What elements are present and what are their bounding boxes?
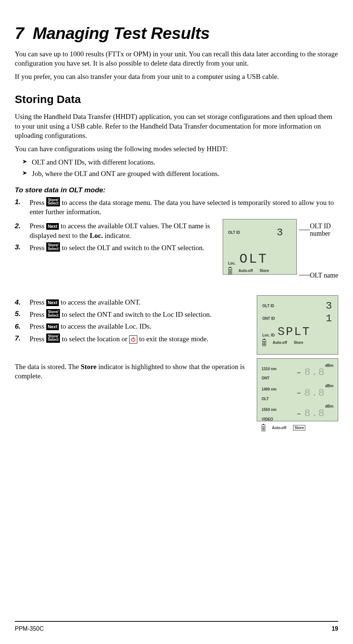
closing-paragraph: The data is stored. The Store indicator … <box>15 362 252 381</box>
reading-dash: -- <box>297 389 300 396</box>
step-text: Press Next to access the available Loc. … <box>30 322 151 330</box>
display-value: 8.8 <box>304 408 325 419</box>
section-p2: You can have configurations using the fo… <box>15 144 338 154</box>
step-number: 3. <box>15 242 21 252</box>
loc-label: Loc. <box>228 261 236 266</box>
olt-id-label: OLT ID <box>228 230 240 235</box>
step-text: Press Store/Select to access the data st… <box>30 199 334 216</box>
olt-id-value: 3 <box>277 228 291 238</box>
source: OLT <box>262 397 269 401</box>
step-text: Press Next to access the available OLT v… <box>30 222 210 239</box>
store-select-key: Store/Select <box>46 333 60 343</box>
wavelength: 1310 nm <box>262 367 276 371</box>
battery-icon <box>228 268 232 274</box>
intro-p2: If you prefer, you can also transfer you… <box>15 72 338 82</box>
step-number: 6. <box>15 322 21 331</box>
callout-olt-id: OLT ID number <box>310 223 336 238</box>
step-number: 2. <box>15 221 21 231</box>
spacer <box>15 282 338 293</box>
lcd-screen-3: 1310 nm ONT -- 8.8 dBm 1490 nm OLT -- 8.… <box>257 358 338 421</box>
next-key: Next <box>46 299 59 306</box>
unit: dBm <box>325 384 333 389</box>
step-4-7-block: 4. Press Next to access the available ON… <box>15 295 338 355</box>
step-number: 5. <box>15 309 21 319</box>
callout-olt-name: OLT name <box>310 271 339 280</box>
battery-icon <box>262 339 266 346</box>
loc-id-label: Loc. ID <box>262 333 275 338</box>
procedure-title: To store data in OLT mode: <box>15 185 338 195</box>
page-number: 19 <box>332 625 338 633</box>
ont-id-label: ONT ID <box>262 316 275 321</box>
wavelength: 1550 nm <box>262 408 276 412</box>
chapter-number: 7 <box>15 24 24 43</box>
lcd-screen-1: OLT ID 3 Loc. OLT Auto-off Store <box>223 219 297 275</box>
step-text: Press Store/Select to select the ONT and… <box>30 311 211 318</box>
lcd-screen-2: OLT ID 3 ONT ID 1 Loc. ID SPLT Auto-off <box>257 295 338 355</box>
page-footer: PPM-350C 19 <box>15 621 338 633</box>
store-select-key: Store/Select <box>46 309 60 318</box>
next-key: Next <box>46 223 59 230</box>
display-value: 8.8 <box>304 388 325 398</box>
store-label: Store <box>259 268 269 273</box>
step-text: Press Next to access the available ONT. <box>30 298 141 306</box>
loc-value: SPLT <box>278 326 310 338</box>
step-text: Press Store/Select to select the locatio… <box>30 335 208 343</box>
mode-item: Job, where the OLT and ONT are grouped w… <box>22 169 338 179</box>
unit: dBm <box>325 404 333 409</box>
olt-id-value: 3 <box>326 301 333 311</box>
step-text: Press Store/Select to select the OLT and… <box>30 244 204 252</box>
reading-dash: -- <box>297 410 300 417</box>
autooff-label: Auto-off <box>273 340 287 345</box>
next-key: Next <box>46 323 59 330</box>
step-2-3-block: 2. Press Next to access the available OL… <box>15 219 338 280</box>
olt-name-value: OLT <box>239 253 268 266</box>
mode-list: OLT and ONT IDs, with different location… <box>15 157 338 179</box>
chapter-name: Managing Test Results <box>33 24 210 43</box>
wavelength: 1490 nm <box>262 387 276 391</box>
procedure-steps: 1. Press Store/Select to access the data… <box>15 197 338 355</box>
model-label: PPM-350C <box>15 625 44 633</box>
autooff-label: Auto-off <box>239 268 253 273</box>
store-label: Store <box>294 340 303 345</box>
step-number: 7. <box>15 333 21 343</box>
section-title: Storing Data <box>15 92 338 107</box>
store-select-key: Store/Select <box>46 197 60 206</box>
unit: dBm <box>325 363 333 368</box>
section-p1: Using the Handheld Data Transfer (HHDT) … <box>15 112 338 140</box>
mode-item: OLT and ONT IDs, with different location… <box>22 157 338 167</box>
store-select-key: Store/Select <box>46 242 60 252</box>
source: VIDEO <box>262 417 273 421</box>
ont-id-value: 1 <box>326 313 333 324</box>
source: ONT <box>262 376 269 380</box>
reading-dash: -- <box>297 369 300 376</box>
battery-icon <box>262 425 265 431</box>
autooff-label: Auto-off <box>272 425 286 431</box>
step-1: 1. Press Store/Select to access the data… <box>15 197 338 217</box>
chapter-title: 7 Managing Test Results <box>15 22 338 45</box>
olt-id-label: OLT ID <box>262 303 274 309</box>
step-number: 4. <box>15 298 21 307</box>
display-value: 8.8 <box>304 367 325 378</box>
intro-p1: You can save up to 1000 results (FTTx or… <box>15 49 338 68</box>
store-indicator: Store <box>293 425 306 431</box>
step-number: 1. <box>15 197 21 207</box>
power-key <box>129 335 137 343</box>
